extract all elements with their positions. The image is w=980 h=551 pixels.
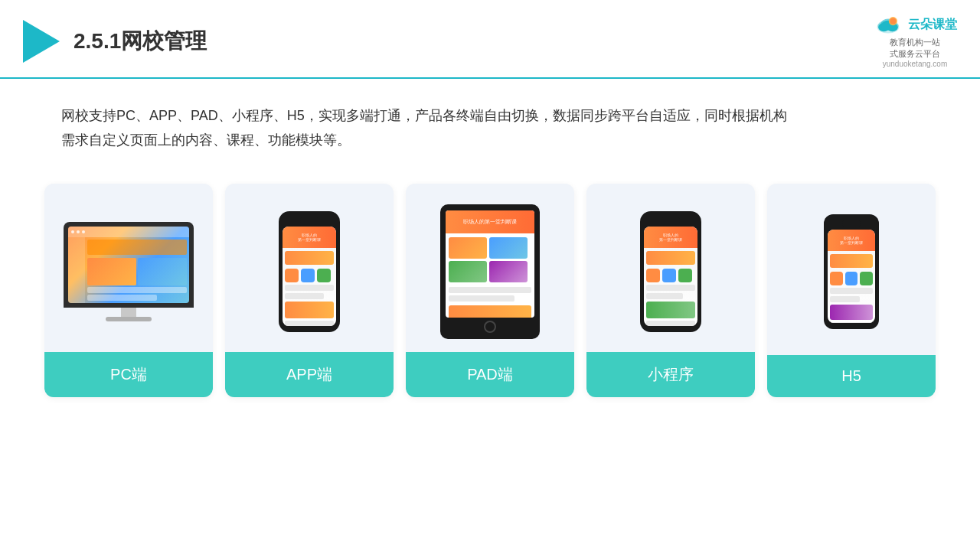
card-app-image: 职场人的第一堂判断课 — [225, 184, 394, 352]
header-left: 2.5.1网校管理 — [23, 20, 207, 63]
page-title: 2.5.1网校管理 — [74, 27, 207, 56]
svg-point-8 — [890, 18, 896, 24]
logo-triangle-icon — [23, 20, 60, 63]
card-pad-label: PAD端 — [406, 352, 574, 397]
card-h5: 职场人的第一堂判断课 — [767, 184, 936, 397]
phone-mockup-app: 职场人的第一堂判断课 — [279, 211, 340, 332]
card-miniprogram: 职场人的第一堂判断课 — [586, 184, 755, 397]
tablet-mockup: 职场人的第一堂判断课 — [440, 204, 540, 339]
phone-mockup-mini: 职场人的第一堂判断课 — [640, 211, 701, 332]
card-pc-label: PC端 — [44, 352, 213, 397]
card-h5-image: 职场人的第一堂判断课 — [767, 184, 936, 352]
page-description: 网校支持PC、APP、PAD、小程序、H5，实现多端打通，产品各终端自由切换，数… — [0, 79, 980, 161]
card-pc-image — [44, 184, 213, 352]
pc-mockup — [64, 222, 194, 321]
card-pad-image: 职场人的第一堂判断课 — [406, 184, 574, 352]
card-miniprogram-image: 职场人的第一堂判断课 — [586, 184, 755, 352]
card-app-label: APP端 — [225, 352, 394, 397]
brand-url: yunduoketang.com — [883, 60, 948, 68]
brand-tagline: 教育机构一站 式服务云平台 — [890, 37, 940, 60]
cloud-icon — [873, 14, 903, 35]
card-pad: 职场人的第一堂判断课 — [406, 184, 574, 397]
phone-mockup-h5: 职场人的第一堂判断课 — [824, 214, 879, 329]
card-pc: PC端 — [44, 184, 213, 397]
page-header: 2.5.1网校管理 云朵课堂 — [0, 0, 980, 79]
card-app: 职场人的第一堂判断课 — [225, 184, 394, 397]
card-miniprogram-label: 小程序 — [586, 352, 755, 397]
card-h5-label: H5 — [767, 355, 936, 397]
header-right: 云朵课堂 教育机构一站 式服务云平台 yunduoketang.com — [873, 14, 957, 68]
cards-container: PC端 职场人的第一堂判断课 — [0, 168, 980, 420]
brand-logo: 云朵课堂 — [873, 14, 957, 35]
brand-name: 云朵课堂 — [908, 17, 957, 33]
